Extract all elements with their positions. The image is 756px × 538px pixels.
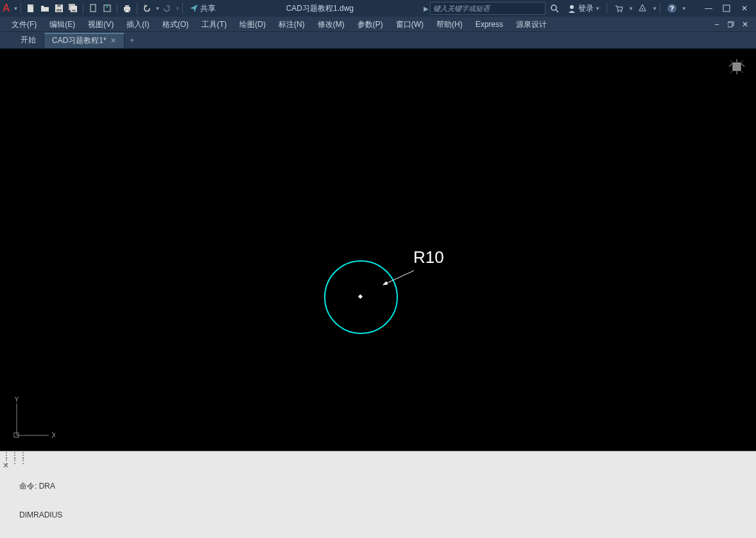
search-wrap: ▶ 键入关键字或短语 bbox=[424, 2, 546, 15]
app-menu-dropdown-icon[interactable]: ▼ bbox=[13, 6, 19, 12]
menu-edit[interactable]: 编辑(E) bbox=[43, 17, 82, 32]
undo-icon[interactable] bbox=[141, 2, 153, 15]
close-button[interactable]: ✕ bbox=[737, 1, 752, 16]
login-button[interactable]: 登录 ▼ bbox=[567, 3, 600, 14]
minimize-button[interactable]: — bbox=[701, 1, 716, 16]
doc-tab-current[interactable]: CAD习题教程1* ✕ bbox=[44, 33, 125, 48]
command-panel: ⋮⋮⋮⋮⋮⋮✕ 命令: DRA DIMRADIUS 选择圆弧或圆: 标注文字 =… bbox=[0, 451, 756, 538]
open-web-icon[interactable] bbox=[87, 2, 99, 15]
title-bar: A ▼ ▼ ▼ 共享 CAD习题教程1.dwg ▶ 键入关键字或短语 登录 ▼ … bbox=[0, 0, 756, 17]
print-icon[interactable] bbox=[121, 2, 133, 15]
search-input[interactable]: 键入关键字或短语 bbox=[430, 2, 546, 15]
viewcube-icon[interactable] bbox=[725, 55, 748, 78]
login-dropdown-icon[interactable]: ▼ bbox=[595, 6, 600, 12]
menu-window[interactable]: 窗口(W) bbox=[390, 17, 430, 32]
menu-yuanquan[interactable]: 源泉设计 bbox=[510, 17, 553, 32]
svg-rect-21 bbox=[728, 22, 732, 27]
share-label: 共享 bbox=[200, 3, 216, 14]
search-button-icon[interactable] bbox=[547, 1, 562, 16]
svg-rect-7 bbox=[90, 4, 96, 12]
svg-text:Y: Y bbox=[14, 397, 19, 404]
dimension-text[interactable]: R10 bbox=[413, 248, 444, 267]
search-dropdown-icon[interactable]: ▶ bbox=[424, 5, 429, 12]
svg-rect-19 bbox=[723, 5, 730, 12]
user-icon bbox=[567, 4, 576, 13]
save-icon[interactable] bbox=[53, 2, 65, 15]
help-dropdown-icon[interactable]: ▼ bbox=[682, 6, 687, 12]
svg-line-22 bbox=[383, 271, 414, 285]
svg-point-15 bbox=[621, 11, 622, 12]
menu-file[interactable]: 文件(F) bbox=[5, 17, 43, 32]
dimension-leader-line bbox=[382, 269, 420, 289]
command-history: ⋮⋮⋮⋮⋮⋮✕ 命令: DRA DIMRADIUS 选择圆弧或圆: 标注文字 =… bbox=[0, 451, 756, 538]
save-web-icon[interactable] bbox=[101, 2, 114, 15]
command-history-line: 命令: DRA bbox=[19, 482, 752, 491]
svg-point-14 bbox=[617, 11, 619, 12]
menu-parametric[interactable]: 参数(P) bbox=[351, 17, 390, 32]
redo-icon[interactable] bbox=[160, 2, 173, 15]
doc-close-icon[interactable]: ✕ bbox=[739, 18, 752, 31]
document-tabs: 开始 CAD习题教程1* ✕ + bbox=[0, 32, 756, 49]
autodesk-app-icon[interactable] bbox=[635, 1, 650, 16]
cart-icon[interactable] bbox=[611, 1, 626, 16]
new-tab-button[interactable]: + bbox=[125, 33, 140, 48]
svg-rect-28 bbox=[733, 63, 741, 71]
svg-rect-2 bbox=[56, 9, 62, 12]
login-label: 登录 bbox=[578, 3, 594, 14]
menu-help[interactable]: 帮助(H) bbox=[430, 17, 469, 32]
open-file-icon[interactable] bbox=[39, 2, 51, 15]
svg-point-12 bbox=[551, 5, 556, 10]
undo-dropdown-icon[interactable]: ▼ bbox=[155, 6, 160, 12]
drawing-canvas[interactable]: R10 X Y bbox=[0, 49, 756, 451]
help-icon[interactable]: ? bbox=[664, 1, 680, 16]
doc-minimize-icon[interactable]: – bbox=[710, 18, 723, 31]
document-title: CAD习题教程1.dwg bbox=[216, 3, 424, 14]
menu-modify[interactable]: 修改(M) bbox=[311, 17, 351, 32]
svg-rect-6 bbox=[72, 10, 76, 12]
svg-text:X: X bbox=[51, 431, 55, 440]
menu-view[interactable]: 视图(V) bbox=[82, 17, 120, 32]
menu-tools[interactable]: 工具(T) bbox=[195, 17, 233, 32]
menu-format[interactable]: 格式(O) bbox=[156, 17, 195, 32]
app-logo-icon: A bbox=[3, 3, 10, 14]
menu-express[interactable]: Express bbox=[469, 17, 510, 32]
app-dropdown-icon[interactable]: ▼ bbox=[652, 6, 657, 12]
svg-point-16 bbox=[642, 8, 643, 10]
ucs-icon: X Y bbox=[10, 397, 55, 442]
menu-dimension[interactable]: 标注(N) bbox=[272, 17, 311, 32]
menu-insert[interactable]: 插入(I) bbox=[120, 17, 155, 32]
menu-draw[interactable]: 绘图(D) bbox=[233, 17, 272, 32]
share-button[interactable]: 共享 bbox=[189, 3, 216, 14]
cart-dropdown-icon[interactable]: ▼ bbox=[628, 6, 633, 12]
doc-tab-start[interactable]: 开始 bbox=[13, 33, 44, 48]
svg-rect-11 bbox=[125, 10, 129, 12]
share-icon bbox=[189, 4, 198, 13]
svg-point-13 bbox=[570, 5, 574, 9]
new-file-icon[interactable] bbox=[24, 2, 37, 15]
menu-bar: 文件(F) 编辑(E) 视图(V) 插入(I) 格式(O) 工具(T) 绘图(D… bbox=[0, 17, 756, 32]
maximize-button[interactable] bbox=[719, 1, 734, 16]
doc-tab-label: 开始 bbox=[21, 35, 36, 46]
svg-rect-3 bbox=[57, 4, 61, 7]
doc-tab-label: CAD习题教程1* bbox=[52, 35, 107, 46]
redo-dropdown-icon[interactable]: ▼ bbox=[175, 6, 180, 12]
command-drag-handle-icon[interactable]: ⋮⋮⋮⋮⋮⋮✕ bbox=[3, 453, 14, 468]
doc-tab-close-icon[interactable]: ✕ bbox=[110, 37, 116, 45]
svg-text:?: ? bbox=[670, 4, 674, 12]
command-history-line: DIMRADIUS bbox=[19, 510, 752, 520]
save-all-icon[interactable] bbox=[67, 2, 80, 15]
svg-rect-10 bbox=[125, 5, 129, 7]
doc-restore-icon[interactable] bbox=[725, 18, 737, 31]
